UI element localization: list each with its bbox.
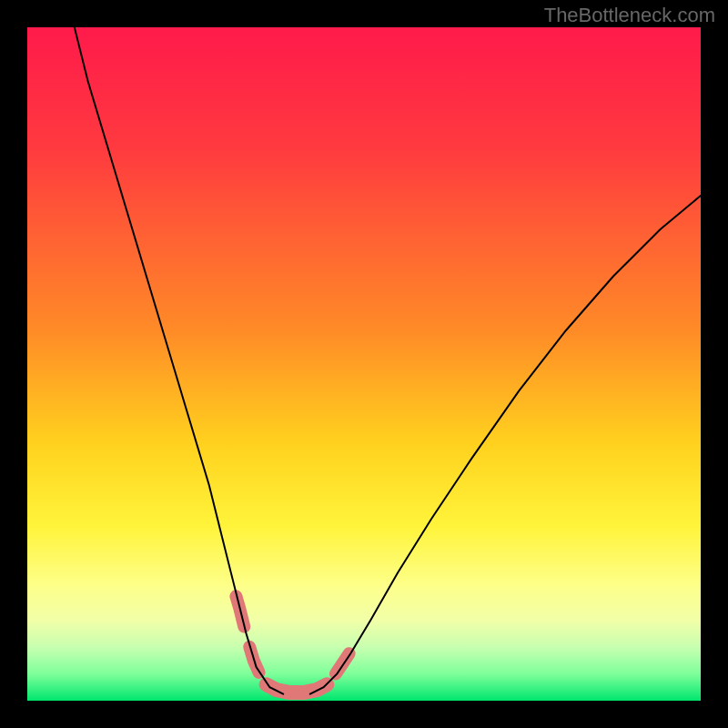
markers-bottom-bridge: [267, 684, 328, 693]
chart-frame: TheBottleneck.com: [0, 0, 728, 728]
watermark-text: TheBottleneck.com: [544, 4, 715, 27]
plot-area: [27, 27, 701, 701]
gradient-background: [27, 27, 701, 701]
chart-svg: [27, 27, 701, 701]
